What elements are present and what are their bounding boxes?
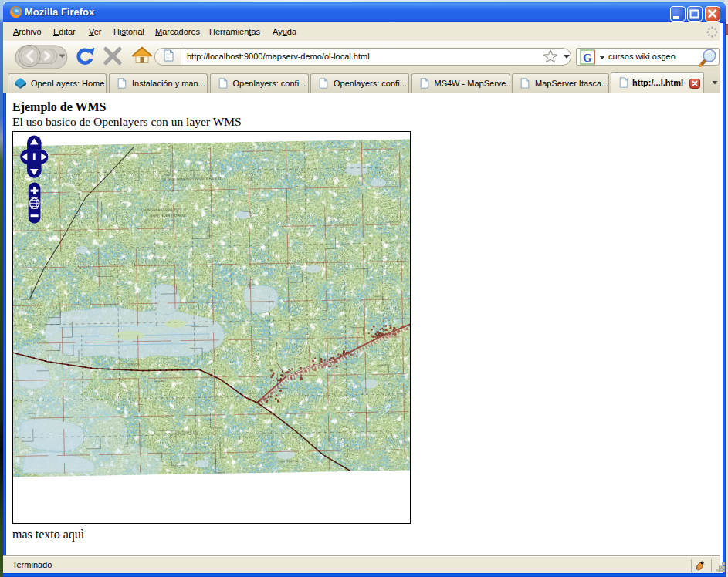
svg-text:CHIPPEWA NATIONAL FOREST: CHIPPEWA NATIONAL FOREST bbox=[141, 208, 188, 212]
svg-text:SUOMI HILLS: SUOMI HILLS bbox=[178, 430, 198, 434]
svg-text:ITASCA: ITASCA bbox=[128, 363, 140, 366]
svg-text:MARSH AREA: MARSH AREA bbox=[278, 459, 299, 463]
svg-text:THIRD RIVER FLOWAGE: THIRD RIVER FLOWAGE bbox=[151, 214, 187, 218]
svg-text:G: G bbox=[583, 52, 592, 64]
